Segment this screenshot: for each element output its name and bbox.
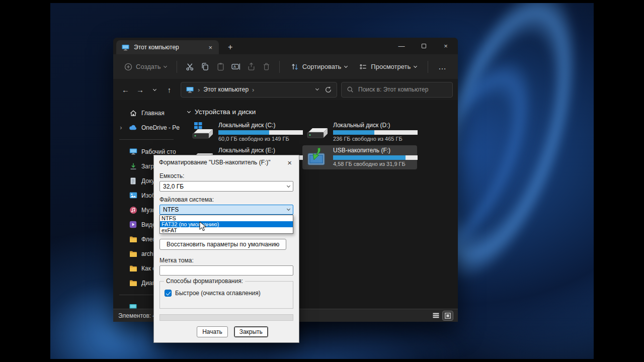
breadcrumb-separator: › bbox=[198, 86, 200, 94]
tab-title: Этот компьютер bbox=[134, 44, 203, 51]
chevron-down-icon bbox=[287, 184, 290, 187]
command-toolbar: Создать A bbox=[113, 54, 458, 79]
rename-button[interactable]: A bbox=[228, 58, 244, 75]
downloads-icon bbox=[129, 162, 137, 170]
cut-button[interactable] bbox=[182, 58, 197, 75]
address-dropdown-icon[interactable] bbox=[315, 87, 319, 90]
scissors-icon bbox=[186, 62, 194, 71]
large-icons-view-icon[interactable] bbox=[443, 311, 453, 320]
this-pc-icon bbox=[129, 303, 137, 309]
filesystem-combobox[interactable]: NTFS bbox=[159, 205, 293, 215]
drive-usage-bar bbox=[333, 155, 418, 160]
tab-this-pc[interactable]: Этот компьютер × bbox=[116, 40, 219, 54]
restore-defaults-button[interactable]: Восстановить параметры по умолчанию bbox=[159, 239, 286, 250]
dialog-title: Форматирование "USB-накопитель (F:)" bbox=[159, 159, 271, 166]
filesystem-label: Файловая система: bbox=[159, 196, 293, 203]
sidebar-item-onedrive[interactable]: › OneDrive - Pers bbox=[113, 120, 180, 135]
breadcrumb[interactable]: › Этот компьютер › bbox=[181, 82, 337, 98]
maximize-icon bbox=[422, 44, 426, 48]
sidebar-item-label: Рабочий сто bbox=[141, 148, 176, 155]
documents-icon bbox=[129, 176, 137, 185]
search-input[interactable]: Поиск в: Этот компьютер bbox=[341, 82, 453, 98]
forward-button[interactable]: → bbox=[133, 82, 147, 97]
chevron-down-icon bbox=[153, 87, 156, 90]
section-devices-and-drives[interactable]: Устройства и диски bbox=[188, 108, 458, 116]
window-controls: — × bbox=[390, 38, 457, 54]
format-dialog: Форматирование "USB-накопитель (F:)" × Е… bbox=[153, 155, 299, 343]
plus-circle-icon bbox=[124, 63, 132, 71]
create-label: Создать bbox=[136, 63, 160, 70]
close-dialog-button[interactable]: Закрыть bbox=[234, 326, 268, 337]
filesystem-dropdown-list: NTFS FAT32 (по умолчанию) exFAT bbox=[159, 215, 293, 234]
desktop-icon bbox=[129, 147, 137, 156]
option-fat32[interactable]: FAT32 (по умолчанию) bbox=[160, 221, 293, 227]
videos-icon bbox=[129, 220, 137, 229]
search-placeholder: Поиск в: Этот компьютер bbox=[358, 86, 428, 93]
drive-name: Локальный диск (C:) bbox=[218, 122, 303, 129]
drive-name: Локальный диск (E:) bbox=[218, 147, 303, 154]
more-options-button[interactable]: … bbox=[433, 62, 452, 71]
filesystem-value: NTFS bbox=[163, 206, 179, 213]
usb-drive-icon bbox=[305, 147, 329, 167]
chevron-down-icon bbox=[164, 64, 167, 67]
create-button[interactable]: Создать bbox=[119, 63, 172, 71]
capacity-combobox[interactable]: 32,0 ГБ bbox=[159, 181, 293, 192]
start-button[interactable]: Начать bbox=[197, 326, 228, 337]
expand-chevron-icon[interactable]: › bbox=[117, 124, 125, 131]
close-button[interactable]: × bbox=[435, 38, 457, 54]
drive-icon bbox=[305, 122, 329, 142]
folder-icon bbox=[129, 279, 137, 287]
up-button[interactable]: ↑ bbox=[162, 82, 177, 97]
view-options-icon bbox=[359, 63, 367, 71]
mouse-cursor bbox=[199, 221, 207, 232]
copy-button[interactable] bbox=[198, 58, 213, 75]
maximize-button[interactable] bbox=[413, 38, 435, 54]
collapse-chevron-icon[interactable] bbox=[187, 109, 191, 113]
onedrive-cloud-icon bbox=[129, 123, 137, 132]
quick-format-label: Быстрое (очистка оглавления) bbox=[175, 290, 261, 297]
volume-label: Метка тома: bbox=[159, 257, 293, 264]
paste-button[interactable] bbox=[213, 58, 228, 75]
tab-close-icon[interactable]: × bbox=[207, 44, 214, 51]
trash-icon bbox=[262, 62, 271, 71]
this-pc-icon bbox=[186, 85, 194, 94]
svg-text:A: A bbox=[233, 64, 236, 69]
back-button[interactable]: ← bbox=[118, 82, 133, 97]
drive-usage-bar bbox=[333, 130, 418, 135]
drive-name: Локальный диск (D:) bbox=[333, 122, 418, 129]
rename-icon: A bbox=[231, 62, 240, 71]
breadcrumb-separator: › bbox=[252, 86, 254, 94]
folder-icon bbox=[129, 264, 137, 273]
checkbox-checked-icon[interactable] bbox=[165, 290, 172, 297]
breadcrumb-item[interactable]: Этот компьютер bbox=[203, 86, 249, 93]
folder-icon bbox=[129, 249, 137, 258]
volume-label-input[interactable] bbox=[159, 265, 293, 276]
refresh-icon[interactable] bbox=[325, 86, 332, 94]
option-ntfs[interactable]: NTFS bbox=[160, 215, 293, 221]
dialog-close-button[interactable]: × bbox=[285, 158, 294, 167]
sidebar-item-home[interactable]: Главная bbox=[113, 106, 180, 120]
quick-format-option[interactable]: Быстрое (очистка оглавления) bbox=[165, 290, 288, 297]
screen: Этот компьютер × + — × Создать bbox=[0, 0, 644, 362]
this-pc-icon bbox=[121, 43, 130, 52]
sort-label: Сортировать bbox=[302, 63, 342, 70]
toolbar-divider bbox=[428, 61, 428, 73]
sidebar-item-label: OneDrive - Pers bbox=[141, 124, 180, 131]
recent-locations-button[interactable] bbox=[147, 82, 162, 97]
capacity-label: Емкость: bbox=[159, 172, 293, 179]
view-menu-button[interactable]: Просмотреть bbox=[353, 63, 423, 71]
tab-bar: Этот компьютер × + — × bbox=[113, 38, 458, 54]
new-tab-button[interactable]: + bbox=[228, 40, 232, 54]
sort-menu-button[interactable]: Сортировать bbox=[285, 63, 354, 71]
option-exfat[interactable]: exFAT bbox=[160, 227, 293, 233]
format-methods-group: Способы форматирования: Быстрое (очистка… bbox=[159, 281, 293, 309]
share-button[interactable] bbox=[244, 58, 259, 75]
section-title: Устройства и диски bbox=[195, 108, 256, 116]
drive-free-space: 236 ГБ свободно из 465 ГБ bbox=[333, 136, 418, 142]
delete-button[interactable] bbox=[259, 58, 274, 75]
drive-tile-d[interactable]: Локальный диск (D:) 236 ГБ свободно из 4… bbox=[302, 120, 417, 144]
drive-tile-f-usb[interactable]: USB-накопитель (F:) 4,58 ГБ свободно из … bbox=[302, 145, 417, 169]
details-view-icon[interactable] bbox=[431, 311, 441, 320]
minimize-button[interactable]: — bbox=[390, 38, 413, 54]
drive-tile-c[interactable]: Локальный диск (C:) 60,0 ГБ свободно из … bbox=[188, 120, 302, 144]
